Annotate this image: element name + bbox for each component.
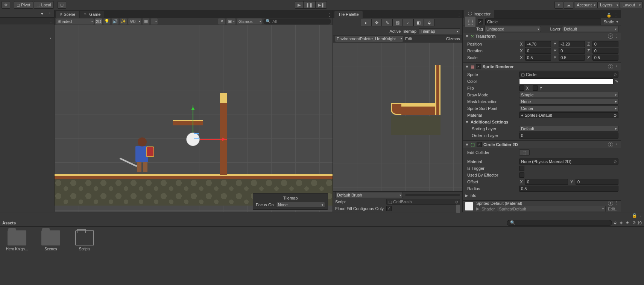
gameobject-icon[interactable]: ⬚: [465, 17, 475, 27]
shaded-dropdown[interactable]: Shaded: [56, 18, 94, 24]
scl-x-input[interactable]: 0.5: [525, 55, 551, 61]
lock-icon[interactable]: 🔓: [632, 213, 637, 218]
component-menu-icon[interactable]: ⋮: [615, 64, 618, 69]
assets-menu-icon[interactable]: ⋮: [639, 213, 642, 218]
foldout-right-icon[interactable]: ▶: [476, 206, 479, 211]
sprite-field[interactable]: ▢ Circle: [519, 72, 618, 78]
sort-point-dropdown[interactable]: Center: [519, 105, 618, 111]
radius-input[interactable]: 0.5: [519, 186, 618, 192]
palette-viewport[interactable]: [333, 43, 462, 191]
trigger-checkbox[interactable]: [519, 166, 524, 171]
picker-tool[interactable]: ⟋: [403, 19, 413, 26]
camera-dropdown[interactable]: ▣: [226, 18, 235, 24]
play-button[interactable]: ▶: [295, 1, 303, 9]
scene-search-input[interactable]: 🔍 All: [263, 18, 331, 24]
offset-y-input[interactable]: 0: [576, 179, 618, 185]
foldout-icon[interactable]: ▼: [465, 34, 469, 38]
pivot-button[interactable]: ◻ Pivot: [14, 1, 33, 9]
extras-dropdown[interactable]: [151, 18, 158, 24]
material-preview[interactable]: [465, 202, 473, 210]
foldout-icon[interactable]: ▼: [465, 120, 469, 124]
rot-y-input[interactable]: 0: [559, 48, 585, 54]
pos-z-input[interactable]: 0: [592, 41, 618, 47]
cloud-button[interactable]: ☁: [564, 1, 573, 9]
active-checkbox[interactable]: ✓: [478, 19, 483, 24]
draw-mode-dropdown[interactable]: Simple: [519, 92, 618, 98]
panel-menu-icon[interactable]: ⋮: [47, 11, 53, 17]
order-input[interactable]: 0: [519, 133, 618, 139]
mode-2d-button[interactable]: 2D: [95, 18, 102, 24]
brush-slider[interactable]: [405, 194, 460, 196]
fx-button[interactable]: ✨: [120, 18, 127, 24]
select-tool[interactable]: ▸: [361, 19, 371, 26]
hidden-dropdown[interactable]: ⊘0: [128, 18, 141, 24]
audio-button[interactable]: 🔊: [112, 18, 118, 24]
shader-dropdown[interactable]: Sprites/Default: [497, 206, 605, 212]
brush-tool[interactable]: ✎: [382, 19, 392, 26]
help-icon[interactable]: ?: [608, 64, 613, 69]
offset-x-input[interactable]: 0: [525, 179, 568, 185]
fill-tool[interactable]: ⬙: [424, 19, 434, 26]
move-tool[interactable]: ✥: [371, 19, 382, 26]
flip-y-checkbox[interactable]: [533, 85, 538, 91]
collider-material-field[interactable]: None (Physics Material 2D): [519, 159, 618, 165]
palette-selector[interactable]: EnvironmentPalette_HeroKnight: [335, 36, 403, 42]
shader-edit-button[interactable]: Edit...: [608, 207, 618, 211]
foldout-icon[interactable]: ▼: [465, 142, 469, 147]
help-icon[interactable]: ?: [608, 201, 613, 206]
layout-dropdown[interactable]: Layout: [620, 2, 642, 8]
scene-viewport[interactable]: Tilemap Focus On None: [55, 25, 333, 212]
effector-checkbox[interactable]: [519, 172, 524, 178]
tag-dropdown[interactable]: Untagged: [485, 26, 541, 32]
flip-x-checkbox[interactable]: [519, 85, 524, 91]
assets-search-input[interactable]: 🔍: [507, 220, 612, 226]
snap-button[interactable]: ⊞: [58, 1, 66, 9]
flood-checkbox[interactable]: ✓: [386, 206, 392, 211]
tools-button[interactable]: ✕: [218, 18, 225, 24]
sorting-layer-dropdown[interactable]: Default: [519, 126, 618, 132]
palette-gizmos-button[interactable]: Gizmos: [446, 37, 460, 41]
pos-y-input[interactable]: -3.29: [559, 41, 585, 47]
material-field[interactable]: ● Sprites-Default: [519, 112, 618, 118]
collab-button[interactable]: ✦: [554, 1, 563, 9]
label-icon[interactable]: ◈: [620, 220, 623, 225]
edit-collider-button[interactable]: ⬚: [519, 149, 530, 155]
filter-icon[interactable]: ⬙: [614, 220, 617, 225]
pause-button[interactable]: ❚❚: [303, 1, 315, 9]
inspector-menu-icon[interactable]: ⋮: [614, 13, 618, 18]
material-menu-icon[interactable]: ⋮: [615, 201, 618, 206]
account-dropdown[interactable]: Account: [574, 2, 597, 8]
rot-z-input[interactable]: 0: [592, 48, 618, 54]
chevron-right-icon[interactable]: ›: [50, 36, 51, 40]
asset-folder-hero-knight[interactable]: Hero Knigh...: [4, 230, 30, 267]
rot-x-input[interactable]: 0: [525, 48, 551, 54]
gizmos-dropdown[interactable]: Gizmos: [237, 18, 262, 24]
foldout-right-icon[interactable]: ▶: [465, 193, 468, 198]
mask-dropdown[interactable]: None: [519, 99, 618, 105]
lock-icon[interactable]: 🔓: [606, 13, 612, 18]
asset-folder-scripts[interactable]: Scripts: [71, 230, 98, 267]
component-menu-icon[interactable]: ⋮: [615, 142, 618, 147]
foldout-icon[interactable]: ▼: [465, 64, 469, 69]
hierarchy-menu-icon[interactable]: ⋮: [49, 19, 53, 24]
lighting-button[interactable]: 💡: [103, 18, 110, 24]
active-tilemap-dropdown[interactable]: Tilemap: [419, 28, 460, 34]
hidden-icon[interactable]: ⊘: [632, 220, 636, 225]
static-dropdown-icon[interactable]: ▾: [616, 19, 618, 24]
palette-menu-icon[interactable]: ⋮: [457, 13, 461, 18]
transform-gizmo[interactable]: [186, 133, 200, 146]
focus-on-dropdown[interactable]: None: [276, 202, 325, 208]
brush-dropdown[interactable]: Default Brush: [335, 192, 403, 198]
favorite-icon[interactable]: ★: [626, 220, 629, 225]
help-icon[interactable]: ?: [608, 34, 613, 39]
grid-button[interactable]: ▦: [143, 18, 149, 24]
tab-game[interactable]: ᯅGame: [80, 11, 104, 18]
scene-panel-menu-icon[interactable]: ⋮: [327, 13, 331, 18]
component-menu-icon[interactable]: ⋮: [615, 34, 618, 39]
color-field[interactable]: [519, 78, 614, 84]
scl-z-input[interactable]: 0.5: [592, 55, 618, 61]
object-name-input[interactable]: Circle: [485, 18, 601, 25]
hand-tool-button[interactable]: ✥: [2, 1, 10, 9]
step-button[interactable]: ▶❚: [315, 1, 327, 9]
asset-folder-scenes[interactable]: Scenes: [38, 230, 64, 267]
